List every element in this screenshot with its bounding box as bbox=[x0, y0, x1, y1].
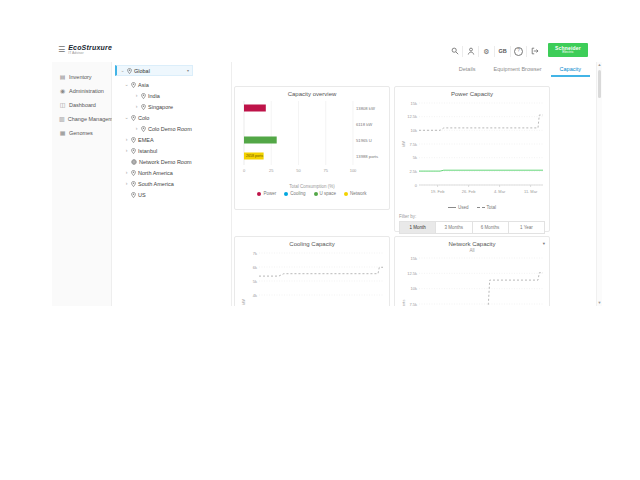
scrollbar-thumb[interactable] bbox=[598, 70, 601, 98]
tree-item-network-demo-room[interactable]: Network Demo Room bbox=[112, 156, 231, 167]
chart-legend: UsedTotal bbox=[399, 205, 545, 210]
chevron-right-icon[interactable]: › bbox=[124, 148, 129, 153]
location-tree: ⌄ Global ▾ ⌄Asia›India›Singapore⌄Colo›Co… bbox=[112, 62, 232, 306]
svg-text:100: 100 bbox=[350, 168, 357, 173]
svg-text:75: 75 bbox=[324, 168, 329, 173]
cooling-capacity-line-chart: 01k2k3k4k5k6k7kkW19. Feb26. Feb4. Mar11.… bbox=[239, 249, 387, 306]
menu-icon[interactable]: ☰ bbox=[58, 46, 65, 54]
location-icon bbox=[131, 137, 136, 143]
svg-text:0: 0 bbox=[415, 183, 418, 188]
tree-root-global[interactable]: ⌄ Global ▾ bbox=[115, 65, 193, 76]
tree-item-istanbul[interactable]: ›Istanbul bbox=[112, 145, 231, 156]
tab-bar: DetailsEquipment BrowserCapacity bbox=[450, 62, 590, 77]
tree-item-emea[interactable]: ›EMEA bbox=[112, 134, 231, 145]
header-toolbar: ⚙ GB ? bbox=[447, 44, 542, 58]
inventory-icon: ▤ bbox=[59, 74, 66, 80]
tree-item-us[interactable]: US bbox=[112, 189, 231, 200]
app-window: ☰ EcoStruxure IT Advisor ⚙ GB ? Schneide… bbox=[52, 40, 602, 306]
tree-dropdown-caret-icon[interactable]: ▾ bbox=[187, 68, 189, 73]
sidebar-item-inventory[interactable]: ▤Inventory bbox=[52, 70, 111, 84]
network-scope-select[interactable]: All bbox=[399, 248, 545, 253]
tree-root-label: Global bbox=[134, 68, 150, 74]
svg-text:5k: 5k bbox=[253, 279, 257, 284]
network-capacity-line-chart: 02.5k5k7.5k10k12.5k15kports19. Feb26. Fe… bbox=[399, 254, 547, 306]
tree-item-north-america[interactable]: ›North America bbox=[112, 167, 231, 178]
tree-item-south-america[interactable]: ›South America bbox=[112, 178, 231, 189]
sidebar-item-label: Administration bbox=[69, 88, 104, 94]
chevron-right-icon[interactable]: › bbox=[134, 93, 139, 98]
sidebar-nav: ▤Inventory◉Administration◫Dashboard▥Chan… bbox=[52, 62, 112, 306]
settings-gear-icon[interactable]: ⚙ bbox=[479, 46, 495, 57]
user-icon[interactable] bbox=[463, 46, 479, 57]
genomes-icon: ▦ bbox=[59, 130, 66, 136]
sidebar-item-administration[interactable]: ◉Administration bbox=[52, 84, 111, 98]
svg-text:15k: 15k bbox=[411, 101, 417, 106]
svg-text:12.5k: 12.5k bbox=[407, 114, 417, 119]
select-caret-icon[interactable]: ▾ bbox=[543, 241, 545, 246]
tree-item-asia[interactable]: ⌄Asia bbox=[112, 79, 231, 90]
chevron-down-icon[interactable]: ⌄ bbox=[124, 82, 129, 87]
location-icon bbox=[141, 93, 146, 99]
tree-item-colo[interactable]: ⌄Colo bbox=[112, 112, 231, 123]
x-axis-label: Total Consumption (%) bbox=[239, 184, 385, 189]
tree-item-colo-demo-room[interactable]: ›Colo Demo Room bbox=[112, 123, 231, 134]
scroll-up-icon[interactable]: ▲ bbox=[597, 62, 602, 68]
svg-text:ports: ports bbox=[401, 300, 406, 306]
tree-item-singapore[interactable]: ›Singapore bbox=[112, 101, 231, 112]
filter-button-6-months[interactable]: 6 Months bbox=[473, 221, 509, 234]
sidebar-item-label: Inventory bbox=[69, 74, 92, 80]
filter-button-1-month[interactable]: 1 Month bbox=[399, 221, 436, 234]
chevron-down-icon[interactable]: ⌄ bbox=[124, 115, 129, 120]
tree-item-label: US bbox=[138, 192, 146, 198]
vertical-scrollbar[interactable]: ▲ ▼ bbox=[596, 62, 602, 306]
dashboard-icon: ◫ bbox=[59, 102, 66, 108]
location-icon bbox=[127, 68, 132, 74]
tab-details[interactable]: Details bbox=[450, 62, 485, 77]
chevron-down-icon[interactable]: ⌄ bbox=[120, 68, 125, 73]
search-icon[interactable] bbox=[447, 46, 463, 57]
sidebar-item-genomes[interactable]: ▦Genomes bbox=[52, 126, 111, 140]
chevron-right-icon[interactable]: › bbox=[124, 170, 129, 175]
svg-text:5k: 5k bbox=[413, 155, 417, 160]
legend-item-total: Total bbox=[477, 205, 497, 210]
svg-text:25: 25 bbox=[269, 168, 274, 173]
card-cooling-capacity: Cooling Capacity 01k2k3k4k5k6k7kkW19. Fe… bbox=[234, 236, 390, 306]
svg-text:kW: kW bbox=[241, 299, 246, 305]
tree-item-label: Colo Demo Room bbox=[148, 126, 192, 132]
svg-text:13988 ports: 13988 ports bbox=[356, 154, 378, 159]
filter-button-3-months[interactable]: 3 Months bbox=[436, 221, 472, 234]
chevron-right-icon[interactable]: › bbox=[124, 137, 129, 142]
svg-text:2658 ports: 2658 ports bbox=[246, 154, 263, 158]
tab-equipment-browser[interactable]: Equipment Browser bbox=[485, 62, 551, 77]
tab-capacity[interactable]: Capacity bbox=[551, 62, 590, 77]
legend-dot-icon bbox=[344, 192, 348, 196]
svg-text:6118 kW: 6118 kW bbox=[356, 122, 372, 127]
legend-item-cooling: Cooling bbox=[284, 191, 305, 196]
filter-button-1-year[interactable]: 1 Year bbox=[509, 221, 545, 234]
card-network-capacity: Network Capacity All ▾ 02.5k5k7.5k10k12.… bbox=[394, 236, 550, 306]
scroll-down-icon[interactable]: ▼ bbox=[597, 300, 602, 306]
svg-text:51965 U: 51965 U bbox=[356, 138, 372, 143]
brand-subtitle: IT Advisor bbox=[68, 52, 112, 56]
logout-icon[interactable] bbox=[527, 46, 542, 57]
sidebar-item-label: Dashboard bbox=[69, 102, 96, 108]
locale-button[interactable]: GB bbox=[495, 46, 511, 57]
tree-item-label: EMEA bbox=[138, 137, 154, 143]
svg-text:10k: 10k bbox=[411, 286, 417, 291]
sidebar-item-dashboard[interactable]: ◫Dashboard bbox=[52, 98, 111, 112]
tree-item-label: Network Demo Room bbox=[139, 159, 192, 165]
tree-item-india[interactable]: ›India bbox=[112, 90, 231, 101]
change-management-icon: ▥ bbox=[59, 116, 65, 122]
sidebar-item-change-management[interactable]: ▥Change Management bbox=[52, 112, 111, 126]
legend-line-icon bbox=[448, 207, 456, 208]
location-icon bbox=[141, 126, 146, 132]
network-icon bbox=[131, 159, 137, 165]
chevron-right-icon[interactable]: › bbox=[124, 181, 129, 186]
chevron-right-icon[interactable]: › bbox=[134, 104, 139, 109]
schneider-electric-logo: Schneider Electric bbox=[548, 43, 588, 57]
capacity-overview-bar-chart: 025507510013808 kW6118 kW51965 U2658 por… bbox=[239, 99, 387, 179]
help-icon[interactable]: ? bbox=[511, 46, 527, 57]
legend-dot-icon bbox=[284, 192, 288, 196]
chart-title: Power Capacity bbox=[399, 91, 545, 97]
chevron-right-icon[interactable]: › bbox=[134, 126, 139, 131]
